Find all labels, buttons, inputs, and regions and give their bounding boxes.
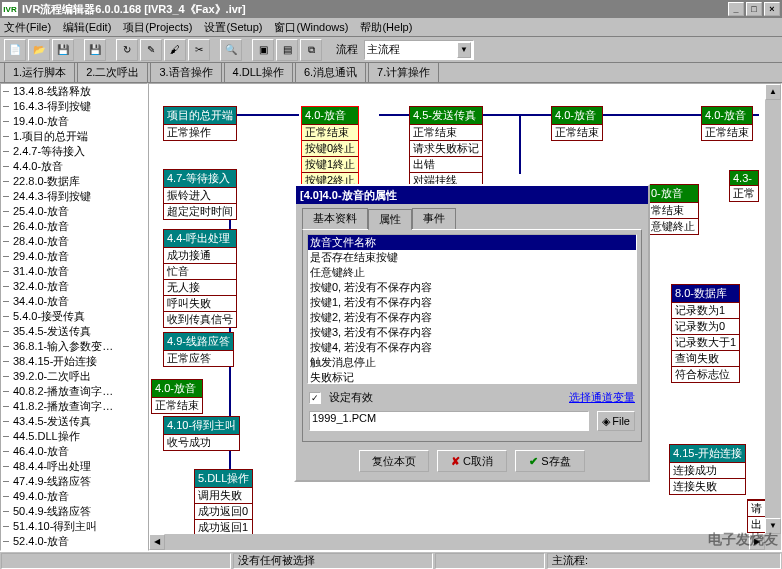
tree-item[interactable]: 44.5.DLL操作 [1, 429, 147, 444]
list-item[interactable]: 失败标记 [308, 370, 636, 384]
tree-item[interactable]: 19.4.0-放音 [1, 114, 147, 129]
node-row[interactable]: 连接失败 [670, 478, 745, 494]
tab-basic[interactable]: 基本资料 [302, 208, 368, 229]
canvas-scrollbar-horizontal[interactable]: ◀ ▶ [149, 534, 765, 550]
tree-item[interactable]: 29.4.0-放音 [1, 249, 147, 264]
node-row[interactable]: 按键0終止 [302, 140, 358, 156]
property-dialog[interactable]: [4.0]4.0-放音的属性 基本资料 属性 事件 放音文件名称 是否存在结束按… [294, 184, 650, 482]
toolbar-save-icon[interactable]: 💾 [52, 39, 74, 61]
tree-item[interactable]: 50.4.9-线路应答 [1, 504, 147, 519]
list-header[interactable]: 放音文件名称 [308, 235, 636, 250]
flow-node[interactable]: 请 出 [747, 499, 766, 533]
filename-input[interactable]: 1999_1.PCM [309, 411, 589, 431]
tree-item[interactable]: 2.4.7-等待接入 [1, 144, 147, 159]
tree-item[interactable]: 52.4.0-放音 [1, 534, 147, 549]
menu-windows[interactable]: 窗口(Windows) [274, 20, 348, 35]
tree-item[interactable]: 46.4.0-放音 [1, 444, 147, 459]
checkbox-enabled[interactable]: ✓ [309, 392, 321, 404]
select-variable-link[interactable]: 选择通道变量 [569, 390, 635, 405]
scroll-left-icon[interactable]: ◀ [149, 534, 165, 550]
flow-node[interactable]: 8.0-数据库 记录数为1 记录数为0 记录数大于1 查询失败 符合标志位 [671, 284, 740, 383]
toolbar-doc1-icon[interactable]: ▣ [252, 39, 274, 61]
flow-node[interactable]: 4.15-开始连接 连接成功 连接失败 [669, 444, 746, 495]
node-row[interactable]: 常结束 [648, 202, 698, 218]
tree-item[interactable]: 13.4.8-线路释放 [1, 84, 147, 99]
flow-node[interactable]: 4.7-等待接入 振铃进入 超定定时时间 [163, 169, 237, 220]
list-item[interactable]: 按键3, 若没有不保存内容 [308, 325, 636, 340]
toolbar-new-icon[interactable]: 📄 [4, 39, 26, 61]
list-item[interactable]: 按键4, 若没有不保存内容 [308, 340, 636, 355]
node-row[interactable]: 出 [748, 516, 765, 532]
file-button[interactable]: ◈ File [597, 411, 635, 431]
flow-node[interactable]: 4.0-放音 正常结束 [551, 106, 603, 141]
list-item[interactable]: 任意键終止 [308, 265, 636, 280]
node-row[interactable]: 正常操作 [164, 124, 236, 140]
flow-node[interactable]: 4.9-线路应答 正常应答 [163, 332, 234, 367]
node-row[interactable]: 按键1終止 [302, 156, 358, 172]
tree-item[interactable]: 51.4.10-得到主叫 [1, 519, 147, 534]
tree-item[interactable]: 35.4.5-发送传真 [1, 324, 147, 339]
flow-node[interactable]: 4.4-呼出处理 成功接通 忙音 无人接 呼叫失败 收到传真信号 [163, 229, 237, 328]
flow-node[interactable]: 0-放音 常结束 意键終止 [647, 184, 699, 235]
node-row[interactable]: 成功接通 [164, 247, 236, 263]
flow-node[interactable]: 4.5-发送传真 正常结束 请求失败标记 出错 对端挂线 [409, 106, 483, 189]
flow-combo[interactable]: 主流程 ▼ [364, 40, 474, 60]
tree-item[interactable]: 48.4.4-呼出处理 [1, 459, 147, 474]
tree-item[interactable]: 22.8.0-数据库 [1, 174, 147, 189]
node-row[interactable]: 记录数为0 [672, 318, 739, 334]
tree-item[interactable]: 32.4.0-放音 [1, 279, 147, 294]
scroll-up-icon[interactable]: ▲ [765, 84, 781, 100]
close-button[interactable]: × [764, 2, 780, 16]
tab-dll[interactable]: 4.DLL操作 [224, 62, 293, 82]
node-row[interactable]: 出错 [410, 156, 482, 172]
flow-tree[interactable]: 13.4.8-线路释放 16.4.3-得到按键 19.4.0-放音 1.项目的总… [0, 83, 148, 551]
tree-item[interactable]: 38.4.15-开始连接 [1, 354, 147, 369]
node-row[interactable]: 请 [748, 500, 765, 516]
tree-item[interactable]: 47.4.9-线路应答 [1, 474, 147, 489]
tree-item[interactable]: 4.4.0-放音 [1, 159, 147, 174]
list-item[interactable]: 按键2, 若没有不保存内容 [308, 310, 636, 325]
tree-item[interactable]: 40.8.2-播放查询字… [1, 384, 147, 399]
minimize-button[interactable]: _ [728, 2, 744, 16]
flow-node[interactable]: 项目的总开端 正常操作 [163, 106, 237, 141]
tab-secondcall[interactable]: 2.二次呼出 [77, 62, 148, 82]
menu-help[interactable]: 帮助(Help) [360, 20, 412, 35]
node-row[interactable]: 振铃进入 [164, 187, 236, 203]
toolbar-find-icon[interactable]: 🔍 [220, 39, 242, 61]
node-row[interactable]: 意键終止 [648, 218, 698, 234]
list-item[interactable]: 按键0, 若没有不保存内容 [308, 280, 636, 295]
node-row[interactable]: 正常 [730, 185, 758, 201]
toolbar-doc2-icon[interactable]: ▤ [276, 39, 298, 61]
node-row[interactable]: 呼叫失败 [164, 295, 236, 311]
node-row[interactable]: 正常结束 [702, 124, 752, 140]
node-row[interactable]: 超定定时时间 [164, 203, 236, 219]
menu-projects[interactable]: 项目(Projects) [123, 20, 192, 35]
toolbar-copy-icon[interactable]: ⧉ [300, 39, 322, 61]
toolbar-refresh-icon[interactable]: ↻ [116, 39, 138, 61]
node-row[interactable]: 记录数大于1 [672, 334, 739, 350]
tree-item[interactable]: 31.4.0-放音 [1, 264, 147, 279]
flow-node[interactable]: 4.0-放音 正常结束 [151, 379, 203, 414]
toolbar-color-icon[interactable]: 🖌 [164, 39, 186, 61]
tree-item[interactable]: 43.4.5-发送传真 [1, 414, 147, 429]
tree-item[interactable]: 28.4.0-放音 [1, 234, 147, 249]
tab-calc[interactable]: 7.计算操作 [368, 62, 439, 82]
property-listbox[interactable]: 放音文件名称 是否存在结束按键 任意键終止 按键0, 若没有不保存内容 按键1,… [307, 234, 637, 384]
tree-item[interactable]: 24.4.3-得到按键 [1, 189, 147, 204]
tree-item[interactable]: 39.2.0-二次呼出 [1, 369, 147, 384]
save-button[interactable]: ✔ S存盘 [515, 450, 585, 472]
tab-msg[interactable]: 6.消息通讯 [295, 62, 366, 82]
node-row[interactable]: 正常结束 [552, 124, 602, 140]
tree-item[interactable]: 5.4.0-接受传真 [1, 309, 147, 324]
menu-file[interactable]: 文件(File) [4, 20, 51, 35]
node-row[interactable]: 忙音 [164, 263, 236, 279]
toolbar-edit-icon[interactable]: ✎ [140, 39, 162, 61]
node-row[interactable]: 正常结束 [410, 124, 482, 140]
node-row[interactable]: 连接成功 [670, 462, 745, 478]
dialog-title[interactable]: [4.0]4.0-放音的属性 [296, 186, 648, 204]
node-row[interactable]: 成功返回1 [195, 519, 252, 535]
tree-item[interactable]: 41.8.2-播放查询字… [1, 399, 147, 414]
toolbar-saveall-icon[interactable]: 💾 [84, 39, 106, 61]
node-row[interactable]: 收号成功 [164, 434, 239, 450]
node-row[interactable]: 查询失败 [672, 350, 739, 366]
